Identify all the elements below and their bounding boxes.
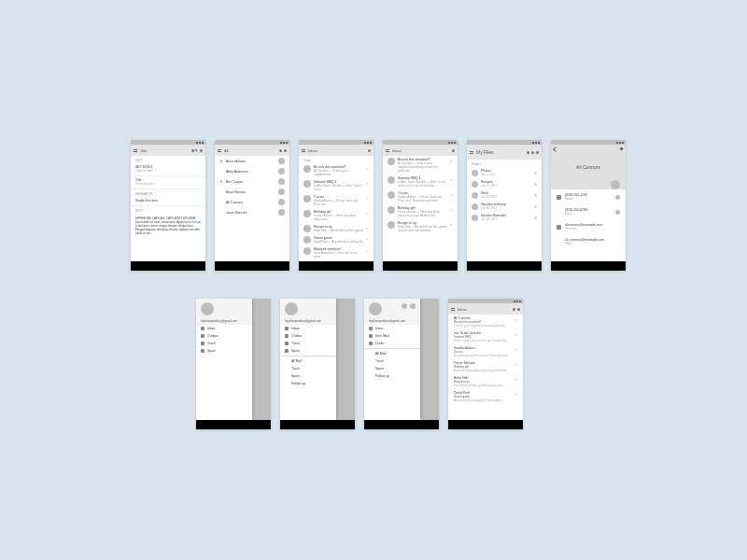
scrim[interactable] <box>420 299 439 420</box>
info-icon[interactable] <box>534 172 537 175</box>
mail-row[interactable]: David ParkGiants gameAny interest in see… <box>448 389 523 404</box>
fab-button[interactable] <box>611 180 620 189</box>
contact-row[interactable]: BBen Cooper <box>215 176 289 187</box>
star-icon[interactable] <box>194 148 198 152</box>
search-icon[interactable] <box>191 149 194 152</box>
list-item[interactable]: Single-line item <box>131 197 205 206</box>
file-row[interactable]: Kitchen RemodelJan 10, 2014 <box>467 212 542 223</box>
drawer-item[interactable]: Trash <box>280 340 336 347</box>
drawer-item[interactable]: Sent Mail <box>364 332 420 340</box>
mail-row[interactable]: me, Scott, JenniferSummer BBQWish I coul… <box>448 329 523 344</box>
scrim[interactable] <box>336 299 355 420</box>
drawer-item[interactable]: Inbox <box>280 325 336 332</box>
mail-row[interactable]: Giants gameDavid Park — Any interest in … <box>299 234 374 245</box>
mail-row[interactable]: Oui ouiSandra Adams — Do you have any Pa… <box>299 193 374 208</box>
info-icon[interactable] <box>534 217 537 219</box>
mail-row[interactable]: Recipe to tryBritta Holt — We should eat… <box>383 219 458 234</box>
edit-icon[interactable] <box>619 147 623 150</box>
star-icon[interactable] <box>366 197 369 200</box>
drawer-item[interactable]: Trash <box>196 340 252 347</box>
star-icon[interactable] <box>450 193 453 196</box>
detail-row[interactable]: aliconnors@example.comPersonal <box>551 219 626 234</box>
drawer-item[interactable]: Drafts <box>364 340 420 347</box>
file-row[interactable]: Vacation itineraryJan 20, 2014 <box>467 201 542 212</box>
drawer-item[interactable]: All Mail <box>280 357 336 365</box>
list-item[interactable]: Title Three-line item <box>131 176 205 189</box>
contact-row[interactable]: Abby Anderson <box>215 166 289 176</box>
drawer-item[interactable]: Spam <box>280 372 336 380</box>
mail-row[interactable]: Montauk weekendScott Masterson — Here ar… <box>299 245 374 260</box>
mail-row[interactable]: Oui ouiSandra Adams — Do you have any Pa… <box>383 189 458 204</box>
star-icon[interactable] <box>366 212 369 215</box>
mail-row[interactable]: Brunch this weekend?Ali Connors — I'll b… <box>299 163 374 178</box>
list-item[interactable]: SECTION 1 Two-line item <box>131 163 205 176</box>
menu-icon[interactable] <box>386 149 389 152</box>
mail-row[interactable]: Britta HoltRecipe to tryWe should eat th… <box>448 374 523 389</box>
mail-row[interactable]: Trevor HansenBirthday giftHave any ideas… <box>448 359 523 374</box>
drawer-item[interactable]: Inbox <box>364 325 420 332</box>
menu-icon[interactable] <box>218 149 221 152</box>
file-row[interactable]: RecipesJan 17, 2014 <box>467 178 542 189</box>
star-icon[interactable] <box>450 160 453 162</box>
file-row[interactable]: PhotosJan 9, 2014 <box>467 167 542 178</box>
drawer-item[interactable]: Trash <box>364 357 420 365</box>
overflow-icon[interactable] <box>284 149 287 152</box>
overflow-icon[interactable] <box>200 149 203 152</box>
mail-row[interactable]: Summer BBQ 4to Alex, Scott, Jennifer — W… <box>383 175 458 189</box>
star-icon[interactable] <box>366 238 369 241</box>
drawer-item[interactable]: Spam <box>196 347 252 355</box>
scrim[interactable] <box>252 299 271 420</box>
info-icon[interactable] <box>534 205 537 208</box>
back-icon[interactable] <box>553 147 558 152</box>
star-icon[interactable] <box>450 223 453 226</box>
mail-row[interactable]: Sandra AdamsOui ouiDo you have any Paris… <box>448 344 523 359</box>
mail-row[interactable]: Summer BBQ 4to Alex, Scott, Jennifer — W… <box>299 178 374 193</box>
avatar[interactable] <box>285 302 298 315</box>
avatar-secondary[interactable] <box>410 303 416 309</box>
mail-row[interactable]: Recipe to tryBritta Holt — We should eat… <box>299 223 374 234</box>
search-icon[interactable] <box>527 151 529 154</box>
info-icon[interactable] <box>534 183 537 186</box>
drawer-item[interactable]: Spam <box>364 365 420 372</box>
menu-icon[interactable] <box>302 149 305 152</box>
view-icon[interactable] <box>531 151 534 154</box>
avatar-secondary[interactable] <box>402 303 407 309</box>
menu-icon[interactable] <box>470 151 473 154</box>
avatar[interactable] <box>369 302 382 315</box>
star-icon[interactable] <box>450 208 453 211</box>
mail-row[interactable]: Birthday giftTrevor Hansen — Have any id… <box>299 208 374 223</box>
overflow-icon[interactable] <box>517 308 520 311</box>
drawer-item[interactable]: Spam <box>280 347 336 355</box>
info-icon[interactable] <box>534 194 537 197</box>
avatar[interactable] <box>201 302 214 315</box>
star-icon[interactable] <box>366 182 369 185</box>
mail-row[interactable]: Birthday giftTrevor Hansen — Have any id… <box>383 204 458 219</box>
contact-row[interactable]: Jason Bennett <box>215 207 289 217</box>
drawer-item[interactable]: Follow up <box>364 372 420 380</box>
detail-row[interactable]: ali_connors@example.comWork <box>551 234 626 249</box>
drawer-item[interactable]: Inbox <box>196 325 252 332</box>
drawer-item[interactable]: All Mail <box>364 350 420 357</box>
detail-row[interactable]: (650) 555-1234Mobile <box>551 189 626 204</box>
drawer-item[interactable]: Follow up <box>280 380 336 387</box>
star-icon[interactable] <box>366 167 369 170</box>
drawer-item[interactable]: Outbox <box>196 332 252 340</box>
contact-row[interactable]: AAaron Adams <box>215 156 289 166</box>
detail-row[interactable]: (323) 555-6789Work <box>551 204 626 219</box>
search-icon[interactable] <box>452 149 455 152</box>
star-icon[interactable] <box>450 178 453 181</box>
drawer-item[interactable]: Outbox <box>280 332 336 340</box>
contact-row[interactable]: Brian Hansen <box>215 187 289 197</box>
message-icon[interactable] <box>615 210 620 215</box>
search-icon[interactable] <box>279 149 282 152</box>
mail-row[interactable]: Brunch this weekend?Ali Connors — I'll b… <box>383 156 458 175</box>
drawer-item[interactable]: Trash <box>280 365 336 372</box>
overflow-icon[interactable] <box>536 151 539 154</box>
menu-icon[interactable] <box>451 308 455 311</box>
menu-icon[interactable] <box>134 149 137 152</box>
search-icon[interactable] <box>368 149 371 152</box>
star-icon[interactable] <box>366 249 369 252</box>
file-row[interactable]: WorkJan 28, 2014 <box>467 189 542 201</box>
star-icon[interactable] <box>366 227 369 230</box>
mail-row[interactable]: Ali ConnorsBrunch this weekend?I'll be i… <box>448 315 523 329</box>
